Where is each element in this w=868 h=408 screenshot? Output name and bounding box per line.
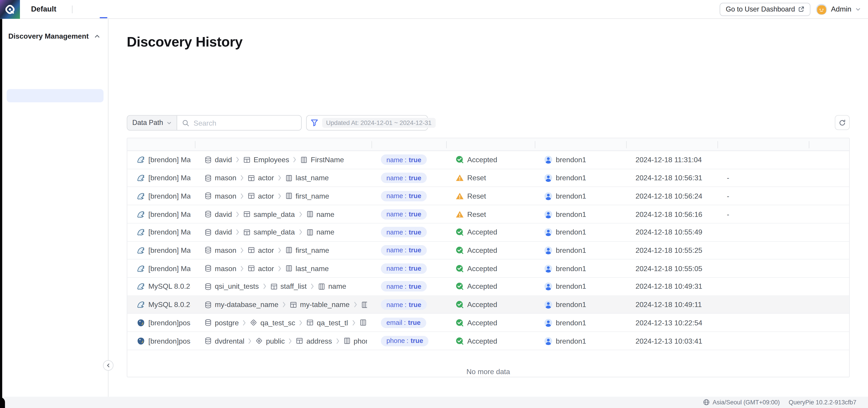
chevron-right-icon bbox=[299, 319, 303, 326]
column-header-data-path bbox=[195, 138, 371, 150]
nav-tab-databases[interactable] bbox=[111, 0, 127, 18]
path-segment-label: last_name bbox=[296, 174, 329, 182]
accepted-check-icon bbox=[456, 156, 464, 164]
nav-tab-kubernetes[interactable] bbox=[142, 0, 158, 18]
mysql-logo-icon bbox=[137, 264, 145, 273]
column-icon bbox=[359, 319, 367, 327]
table-row[interactable]: [brendon] Maria masonactorlast_name name… bbox=[127, 169, 849, 187]
schema-icon bbox=[255, 337, 263, 345]
cell-connection: [brendon] Maria bbox=[127, 228, 195, 237]
table-icon bbox=[248, 174, 255, 182]
cell-data-path: davidsample_dataname bbox=[195, 228, 371, 237]
date-filter[interactable]: Updated At: 2024-12-01 ~ 2024-12-31 bbox=[306, 115, 428, 131]
path-segment-label: david bbox=[215, 156, 232, 164]
querypie-logo[interactable] bbox=[0, 0, 20, 19]
user-avatar-icon bbox=[544, 264, 553, 273]
sidebar-section-header[interactable]: Discovery Management bbox=[2, 19, 108, 46]
column-header-connection bbox=[127, 138, 195, 150]
sidebar-item-detection-profiles[interactable] bbox=[6, 118, 103, 131]
column-icon bbox=[361, 301, 367, 308]
table-row[interactable]: [brendon]postgr postgreqa_test_scqa_test… bbox=[127, 314, 849, 332]
accepted-check-icon bbox=[456, 228, 464, 237]
sidebar-item-discovery-history[interactable] bbox=[6, 89, 103, 102]
globe-icon bbox=[703, 399, 710, 406]
column-header-updated-at bbox=[626, 138, 717, 150]
search-field-selector[interactable]: Data Path bbox=[127, 116, 177, 130]
table-row[interactable]: MySQL 8.0.28 qsi_unit_testsstaff_listnam… bbox=[127, 278, 849, 296]
cell-data-path: masonactorlast_name bbox=[195, 174, 371, 182]
cell-updated-by: brendon1 bbox=[535, 264, 626, 273]
go-to-user-dashboard-button[interactable]: Go to User Dashboard bbox=[720, 2, 811, 16]
accepted-check-icon bbox=[456, 318, 464, 327]
connection-label: [brendon] Maria bbox=[148, 156, 190, 164]
nav-tab-audit[interactable] bbox=[158, 0, 173, 18]
action-label: Reset bbox=[467, 210, 486, 218]
cell-updated-by: brendon1 bbox=[535, 337, 626, 345]
path-segment-label: actor bbox=[258, 174, 274, 182]
chevron-right-icon bbox=[248, 338, 252, 344]
nav-tab-discovery[interactable] bbox=[96, 0, 111, 18]
user-avatar-icon bbox=[544, 174, 553, 182]
table-header-row bbox=[127, 138, 849, 151]
refresh-button[interactable] bbox=[835, 115, 850, 130]
cell-connection: [brendon]postgr bbox=[127, 337, 195, 345]
sidebar-collapse-button[interactable] bbox=[103, 360, 114, 371]
column-header-updated-by bbox=[535, 138, 626, 150]
date-filter-tag[interactable]: Updated At: 2024-12-01 ~ 2024-12-31 bbox=[322, 118, 435, 128]
action-label: Accepted bbox=[467, 156, 497, 164]
updated-by-label: brendon1 bbox=[556, 282, 586, 291]
timezone-status: Asia/Seoul (GMT+09:00) bbox=[703, 399, 780, 406]
table-row[interactable]: [brendon] Maria masonactorlast_name name… bbox=[127, 260, 849, 278]
cell-sensitive-items: name:true bbox=[371, 191, 446, 201]
mysql-logo-icon bbox=[137, 192, 145, 200]
table-icon bbox=[289, 301, 297, 308]
connection-label: [brendon] Maria bbox=[148, 228, 190, 237]
table-row[interactable]: [brendon] Maria davidEmployeesFirstName … bbox=[127, 151, 849, 169]
chevron-right-icon bbox=[292, 157, 297, 163]
path-segment-label: name bbox=[328, 282, 346, 291]
cell-updated-at: 2024-12-18 10:55:25 bbox=[626, 246, 717, 254]
chevron-right-icon bbox=[235, 157, 240, 163]
nav-tab-servers[interactable] bbox=[127, 0, 142, 18]
path-segment-label: qa_test_sc bbox=[260, 318, 295, 327]
table-row[interactable]: [brendon] Maria masonactorfirst_name nam… bbox=[127, 187, 849, 205]
search-input[interactable] bbox=[192, 118, 296, 128]
chevron-right-icon bbox=[277, 265, 282, 272]
connection-label: [brendon]postgr bbox=[148, 337, 190, 345]
path-segment-table: actor bbox=[248, 264, 274, 273]
table-row[interactable]: [brendon] Maria davidsample_dataname nam… bbox=[127, 205, 849, 224]
table-row[interactable]: MySQL 8.0.28 my-database_namemy-table_na… bbox=[127, 296, 849, 314]
database-icon bbox=[204, 301, 212, 308]
mysql-logo-icon bbox=[137, 174, 145, 182]
mysql-logo-icon bbox=[137, 301, 145, 309]
sensitive-item-badge: name:true bbox=[381, 209, 427, 219]
sidebar-item-discovery-jobs[interactable] bbox=[6, 75, 103, 88]
cell-sensitive-items: email:true bbox=[371, 317, 446, 328]
path-segment-label: FirstName bbox=[311, 156, 344, 164]
path-segment-column: first_name bbox=[285, 192, 329, 200]
table-row[interactable]: [brendon] Maria masonactorfirst_name nam… bbox=[127, 241, 849, 260]
path-segment-label: dvdrental bbox=[215, 337, 244, 345]
connection-label: [brendon] Maria bbox=[148, 174, 190, 182]
path-segment-label: first_name bbox=[296, 246, 329, 254]
nav-tab-general[interactable] bbox=[80, 0, 96, 18]
sidebar-item-scan-results[interactable] bbox=[6, 103, 103, 117]
path-segment-table: address bbox=[296, 337, 332, 345]
chevron-right-icon bbox=[335, 338, 340, 344]
path-segment-database: david bbox=[204, 210, 232, 218]
search-icon bbox=[182, 119, 189, 127]
cell-action: Accepted bbox=[446, 282, 535, 291]
accepted-check-icon bbox=[456, 246, 464, 254]
avatar bbox=[816, 4, 827, 15]
table-row[interactable]: [brendon]postgr dvdrentalpublicaddressph… bbox=[127, 332, 849, 350]
reset-warning-icon bbox=[456, 192, 464, 200]
left-dark-rail bbox=[0, 19, 2, 408]
user-menu[interactable]: Admin bbox=[816, 4, 861, 15]
sidebar-item-dashboard[interactable] bbox=[6, 46, 103, 59]
sidebar-item-data-patterns[interactable] bbox=[6, 132, 103, 145]
chevron-right-icon bbox=[242, 319, 247, 326]
table-row[interactable]: [brendon] Maria davidsample_dataname nam… bbox=[127, 224, 849, 241]
updated-by-label: brendon1 bbox=[556, 192, 586, 200]
sidebar-item-inventory[interactable] bbox=[6, 60, 103, 74]
chevron-right-icon bbox=[298, 229, 303, 236]
